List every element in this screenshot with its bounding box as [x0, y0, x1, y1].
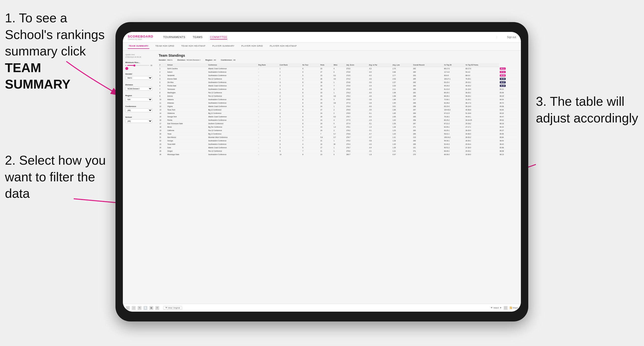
school-select[interactable]: (All): [125, 119, 152, 123]
division-filter-tag: Division: NCAA Division I: [178, 59, 200, 61]
conference-select[interactable]: (All): [125, 108, 152, 112]
cell-overall: 109-24-2: [443, 136, 465, 139]
cell-school: Georgia Tech: [166, 115, 208, 119]
watch-btn[interactable]: 👁 Watch ▼: [491, 307, 502, 309]
cell-rank: 2: [159, 70, 166, 74]
cell-rank: 17: [159, 122, 166, 125]
cell-wins: 0.7: [333, 132, 346, 136]
cell-overall: 97-21-5: [443, 112, 465, 115]
cell-points: 80.24: [499, 125, 517, 129]
cell-avg-par: 1.90: [392, 101, 412, 105]
cell-tour: 8: [302, 122, 320, 125]
cell-conference: Southeastern Conference: [208, 101, 258, 105]
cell-conf: 10: [279, 153, 302, 156]
cell-rnds: 23: [320, 91, 333, 94]
col-conference: Conference: [208, 63, 258, 67]
cell-vs25: 40-38-8: [465, 108, 499, 112]
cell-conf: 9: [279, 150, 302, 153]
cell-adj: -6.2: [368, 115, 392, 119]
cell-avg-low: 203: [412, 74, 443, 77]
cell-avg-low: 267: [412, 122, 443, 125]
clock-icon[interactable]: ⏱: [155, 306, 159, 310]
cell-avg-low: 265: [412, 115, 443, 119]
gender-select[interactable]: Men's Women's: [125, 76, 152, 80]
cell-avg-par: 1.41: [392, 136, 412, 139]
cell-points: 88.13: [499, 153, 517, 156]
back-icon[interactable]: ←: [126, 306, 130, 310]
view-original-btn[interactable]: 👁 View: Original: [163, 306, 182, 310]
cell-conference: Atlantic Coast Conference: [208, 115, 258, 119]
share-btn[interactable]: 🔁 Share: [510, 307, 518, 309]
col-overall: Overall Record: [412, 63, 443, 67]
nav-tournaments[interactable]: TOURNAMENTS: [163, 35, 185, 39]
cell-conf: 1: [279, 108, 302, 112]
sub-nav-team-summary[interactable]: TEAM SUMMARY: [128, 44, 150, 49]
cell-reg: -: [258, 122, 279, 125]
region-select[interactable]: N/A All: [125, 98, 152, 101]
col-wins: Wins: [333, 63, 346, 67]
sign-out[interactable]: Sign out: [507, 36, 516, 38]
copy-icon[interactable]: 📄: [144, 306, 148, 310]
cell-score: 277.0: [346, 101, 368, 105]
cell-tour: 9: [302, 146, 320, 150]
sub-nav-player-h2h-grid[interactable]: PLAYER H2H GRID: [240, 44, 264, 49]
table-filters-row: Gender: Men's Division: NCAA Division I …: [159, 59, 517, 61]
expand-icon[interactable]: ⛶: [504, 306, 508, 310]
cell-adj: -0.7: [368, 136, 392, 139]
sub-nav: TEAM SUMMARY TEAM H2H GRID TEAM H2H HEAT…: [123, 43, 521, 50]
cell-school: California: [166, 129, 208, 132]
cell-school: Tennessee: [166, 88, 208, 91]
cell-score: 280.7: [346, 153, 368, 156]
cell-conf: 4: [279, 115, 302, 119]
cell-avg-low: 268: [412, 101, 443, 105]
cell-school: Oklahoma: [166, 112, 208, 115]
sub-nav-player-h2h-heatmap[interactable]: PLAYER H2H HEATMAP: [269, 44, 298, 49]
table-row: 9 Arizona Pac-12 Conference - 2 3 23 4.6…: [159, 94, 517, 98]
forward-icon[interactable]: →: [132, 306, 136, 310]
cell-conf: 4: [279, 129, 302, 132]
col-reg-rank: Reg Rank: [258, 63, 279, 67]
cell-rnds: 24: [320, 112, 333, 115]
cell-vs25: 40-29-2: [465, 84, 499, 88]
cell-conf: 1: [279, 70, 302, 74]
cell-score: 276.2: [346, 94, 368, 98]
cell-conference: Pac-12 Conference: [208, 91, 258, 94]
cell-reg: -: [258, 91, 279, 94]
logo-scoreboard: SCOREBOARD: [128, 35, 153, 38]
nav-committee[interactable]: COMMITTEE: [210, 35, 228, 39]
cell-points: 80.84: [499, 136, 517, 139]
cell-vs25: 88-6-0: [465, 74, 499, 77]
nav-teams[interactable]: TEAMS: [193, 35, 202, 39]
cell-vs25: 31-19-0: [465, 88, 499, 91]
cell-avg-par: 1.63: [392, 119, 412, 122]
cell-vs25: 28-25-0: [465, 129, 499, 132]
cell-points: 80.72: [499, 101, 517, 105]
table-row: 26 Mississippi State Southeastern Confer…: [159, 153, 517, 156]
cell-conference: Big 12 Conference: [208, 112, 258, 115]
cell-vs25: 23-34-4: [465, 143, 499, 146]
sub-nav-player-summary[interactable]: PLAYER SUMMARY: [211, 44, 236, 49]
cell-vs25: 35-14-0: [465, 105, 499, 108]
cell-conf: 8: [279, 139, 302, 143]
cell-conf: 5: [279, 98, 302, 101]
cell-overall: 52-40-3: [443, 143, 465, 146]
cell-overall: 61-21-0: [443, 88, 465, 91]
cell-points: 88.42: [499, 143, 517, 146]
cell-avg-par: 1.30: [392, 143, 412, 146]
slider-track[interactable]: [127, 65, 150, 66]
cell-avg-par: 2.37: [392, 81, 412, 84]
cell-rnds: 27: [320, 70, 333, 74]
sub-nav-team-h2h-heatmap[interactable]: TEAM H2H HEATMAP: [180, 44, 206, 49]
grid-icon[interactable]: ▦: [150, 306, 153, 310]
cell-points: 83.58: [499, 105, 517, 108]
cell-avg-low: 215: [412, 136, 443, 139]
sub-nav-team-h2h-grid[interactable]: TEAM H2H GRID: [154, 44, 175, 49]
cell-overall: 86-25-1: [443, 91, 465, 94]
cell-wins: 6: [333, 70, 346, 74]
cell-school: Duke: [166, 146, 208, 150]
refresh-icon[interactable]: ↻: [138, 306, 142, 310]
cell-conference: Southeastern Conference: [208, 70, 258, 74]
col-adj-score: Adj. Score: [346, 63, 368, 67]
cell-vs25: 34-24-25: [465, 119, 499, 122]
division-select[interactable]: NCAA Division I NCAA Division II NCAA Di…: [125, 87, 152, 91]
